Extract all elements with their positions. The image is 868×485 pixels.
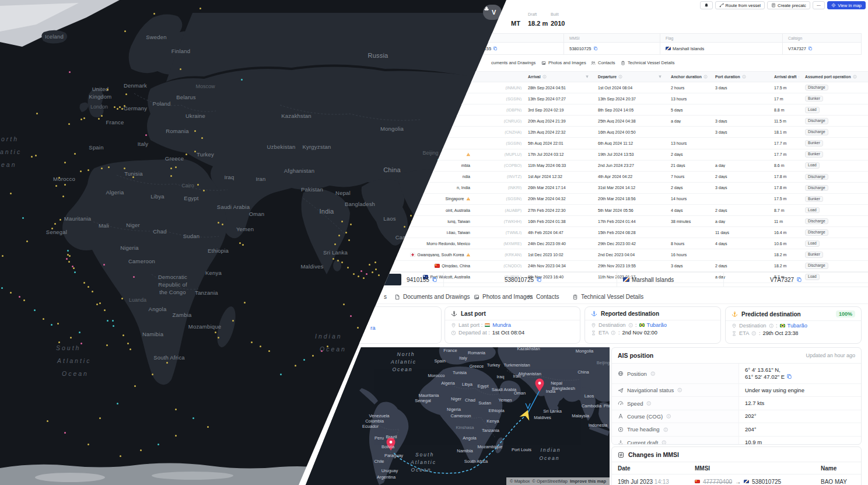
port-call-row[interactable]: Singapore (SGSIN) 20th Mar 2024 04:32 20… — [368, 194, 868, 205]
map-label: China — [383, 166, 401, 173]
info-icon[interactable] — [769, 323, 774, 329]
map-label: Afghanistan — [284, 168, 314, 174]
create-precalc-button[interactable]: Create precalc — [767, 1, 810, 9]
port-call-row[interactable]: iung, Taiwan (TWKHH) 16th Feb 2024 01:38… — [368, 216, 868, 227]
info-icon[interactable] — [618, 75, 622, 79]
operation: Bunker — [799, 140, 868, 146]
change-name: BAO MAY — [821, 479, 855, 485]
port-link[interactable]: Tubarão — [788, 323, 807, 329]
route-minimap[interactable]: FranceSpainItalyGreeceTurkeyRomaniaKazak… — [306, 347, 610, 485]
info-icon[interactable] — [666, 414, 671, 419]
operation: Discharge — [799, 263, 868, 269]
tab2-documents-and-drawings[interactable]: Documents and Drawings — [394, 294, 470, 300]
info-icon[interactable] — [662, 440, 667, 445]
vessel-info-strip: MMSI Flag Callsign 9410155 538010725 Mar… — [471, 33, 862, 55]
column-arrival-draft[interactable]: Arrival draft — [768, 75, 799, 79]
column-anchor-duration[interactable]: Anchor duration — [665, 75, 709, 79]
view-in-map-button[interactable]: View in map — [827, 1, 866, 9]
info-icon[interactable] — [853, 75, 857, 79]
arrival: 20th Aug 2024 21:39 — [522, 119, 592, 123]
more-actions-button[interactable]: ⋯ — [813, 1, 825, 9]
arrival: 3rd Sep 2024 02:19 — [522, 108, 592, 112]
osm-attribution[interactable]: © OpenStreetMap — [532, 479, 568, 484]
info-icon[interactable] — [650, 371, 656, 376]
info-icon[interactable] — [751, 331, 757, 336]
tab2-photos-and-images[interactable]: Photos and Images — [474, 294, 533, 300]
port-call-row[interactable]: Gwangyang, South Korea (KRKAN) 1st Dec 2… — [368, 249, 868, 260]
header-actions: Route from vessel Create precalc ⋯ View … — [700, 1, 866, 9]
anchor-duration: 14 hours — [665, 197, 709, 201]
minimap-ocean-label: Atlantic — [391, 359, 416, 365]
warning-icon[interactable] — [466, 197, 471, 201]
filter-icon[interactable] — [658, 75, 665, 79]
port-call-row[interactable]: mbia (COPBO) 11th May 2024 06:33 2nd Jun… — [368, 160, 868, 172]
port-call-row[interactable]: (MUPLU) 17th Jul 2024 03:12 19th Jul 202… — [368, 149, 868, 160]
port-call-row[interactable]: Qingdao, China (CNQDO) 24th Nov 2023 04:… — [368, 261, 868, 272]
info-icon[interactable] — [542, 75, 547, 79]
column-departure[interactable]: Departure — [592, 75, 665, 79]
operation: Bunker — [799, 96, 868, 102]
map-label: Pakistan — [301, 186, 323, 193]
info-icon[interactable] — [742, 75, 746, 79]
callsign-value: V7A7327 — [782, 43, 861, 54]
info-icon[interactable] — [611, 330, 616, 336]
column-port-duration[interactable]: Port duration — [709, 75, 768, 79]
copy-icon[interactable] — [493, 46, 498, 51]
minimap-label: Morocco — [428, 373, 445, 378]
column-assumed-port-operation[interactable]: Assumed port operation — [799, 75, 868, 79]
port-link[interactable]: Tubarão — [647, 322, 667, 328]
operation: Load — [799, 240, 868, 247]
tab2-contacts[interactable]: Contacts — [527, 294, 559, 300]
tab-photos-and-images[interactable]: Photos and Images — [541, 60, 586, 65]
port-call-row[interactable]: ndia (INVTZ) 1st Apr 2024 12:32 4th Apr … — [368, 172, 868, 183]
notifications-button[interactable] — [700, 1, 713, 9]
map-label: Sri Lanka — [323, 249, 348, 256]
copy-icon[interactable] — [786, 374, 792, 379]
operation: Discharge — [799, 118, 868, 124]
minimap-label: Mongolia — [576, 348, 593, 354]
copy-icon[interactable] — [808, 46, 813, 51]
warning-icon[interactable] — [466, 152, 471, 157]
minimap-label: Angola — [463, 435, 476, 441]
tab2-s[interactable]: s — [384, 294, 387, 300]
anchor-duration: 7 hours — [665, 175, 709, 179]
port-code: (SGSIN) — [471, 197, 522, 201]
warning-icon[interactable] — [466, 253, 471, 257]
minimap-label: Iraq — [497, 374, 505, 379]
filter-icon[interactable] — [585, 75, 592, 79]
ocean-label: antic — [0, 148, 22, 155]
info-icon[interactable] — [628, 323, 634, 328]
pin-icon — [732, 323, 737, 329]
route-from-vessel-button[interactable]: Route from vessel — [715, 1, 765, 9]
arrival-draft: 17 m — [768, 97, 799, 101]
operation-badge: Discharge — [805, 85, 828, 91]
copy-icon[interactable] — [796, 277, 802, 282]
users-icon — [591, 61, 596, 65]
port-call-row[interactable]: n, India (INKRI) 26th Mar 2024 17:14 31s… — [368, 183, 868, 194]
tab-cuments-and-drawings[interactable]: cuments and Drawings — [491, 60, 536, 65]
mapbox-attribution[interactable]: © Mapbox — [510, 479, 530, 484]
tab2-technical-vessel-details[interactable]: Technical Vessel Details — [572, 294, 643, 300]
improve-map-link[interactable]: Improve this map — [570, 479, 606, 484]
draft-value: 18.2 m — [528, 20, 548, 27]
info-icon[interactable] — [663, 427, 668, 432]
operation: Load — [799, 162, 868, 169]
arrival: 27th Feb 2024 22:30 — [522, 208, 592, 212]
port-call-row[interactable]: oint, Australia (AUABP) 27th Feb 2024 22… — [368, 205, 868, 216]
info-icon[interactable] — [646, 401, 652, 406]
port-call-row[interactable]: Morro Redondo, Mexico (MXMRE) 24th Dec 2… — [368, 238, 868, 249]
copy-icon[interactable] — [536, 277, 542, 282]
port-link[interactable]: Mundra — [492, 322, 511, 328]
port-call-row[interactable]: i-liao, Taiwan (TWMLI) 4th Feb 2024 04:4… — [368, 227, 868, 238]
copy-icon[interactable] — [432, 277, 438, 282]
column-arrival[interactable]: Arrival — [522, 75, 592, 79]
arrival-draft: 16.4 m — [768, 231, 799, 235]
tab-contacts[interactable]: Contacts — [591, 60, 615, 65]
copy-icon[interactable] — [593, 46, 598, 51]
info-icon[interactable] — [704, 75, 708, 79]
partial-port-link[interactable]: ra — [370, 325, 375, 331]
ais-updated: Updated an hour ago — [806, 353, 855, 358]
tab-technical-vessel-details[interactable]: Technical Vessel Details — [621, 60, 674, 65]
info-icon[interactable] — [677, 388, 682, 393]
mmsi-change-row[interactable]: 19th Jul 2023 14:13 477770400 → 53801072… — [612, 474, 861, 485]
